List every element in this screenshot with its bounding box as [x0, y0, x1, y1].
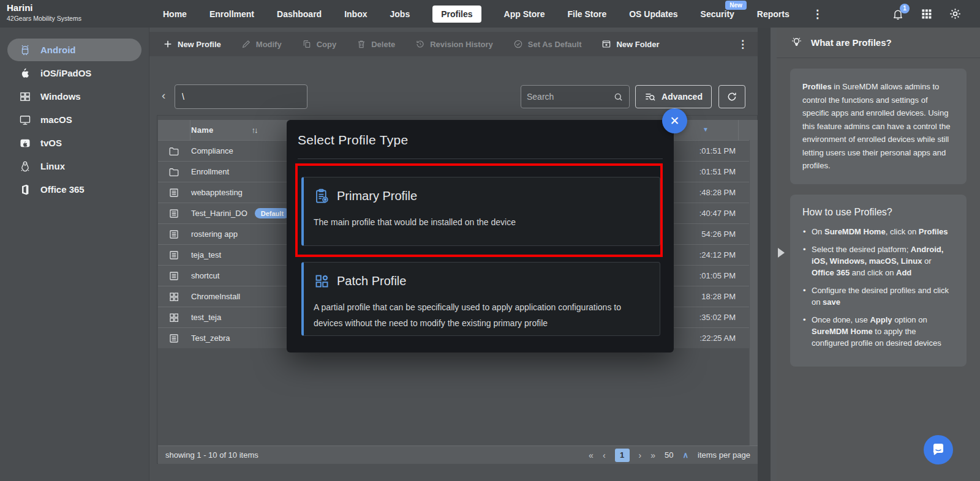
- howto-profiles-card: How to use Profiles? On SureMDM Home, cl…: [790, 195, 967, 367]
- apps-grid-icon[interactable]: [921, 8, 932, 20]
- howto-title: How to use Profiles?: [802, 206, 954, 218]
- chat-support-button[interactable]: [924, 435, 953, 464]
- refresh-button[interactable]: [718, 85, 745, 108]
- sidebar-item-tvos[interactable]: tvOS: [7, 132, 141, 154]
- nav-jobs[interactable]: Jobs: [390, 9, 410, 19]
- row-modified-time: :22:25 AM: [699, 334, 736, 343]
- office-icon: [19, 184, 31, 196]
- nav-inbox[interactable]: Inbox: [344, 9, 367, 19]
- linux-icon: [19, 160, 31, 173]
- nav-home[interactable]: Home: [163, 9, 187, 19]
- advanced-search-button[interactable]: Advanced: [635, 85, 712, 108]
- primary-profile-option[interactable]: Primary Profile The main profile that wo…: [301, 177, 660, 246]
- next-page-button[interactable]: ›: [639, 450, 642, 460]
- pagination: « ‹ 1 › » 50 ∧ items per page: [589, 449, 750, 462]
- apple-icon: [19, 67, 31, 80]
- sort-icon[interactable]: ↑↓: [252, 125, 257, 135]
- row-name: ChromeInstall: [191, 292, 240, 301]
- row-modified-time: :35:02 PM: [699, 313, 736, 322]
- patch-profile-option[interactable]: Patch Profile A partial profile that can…: [301, 262, 660, 336]
- row-modified-time: :24:12 PM: [699, 250, 736, 259]
- toolbar-more-icon[interactable]: ⋮: [737, 38, 748, 51]
- new-profile-button[interactable]: New Profile: [163, 39, 221, 49]
- sidebar-item-ios[interactable]: iOS/iPadOS: [7, 62, 141, 84]
- row-modified-time: :01:51 PM: [699, 167, 736, 176]
- panel-collapse-arrow-icon[interactable]: [778, 248, 785, 258]
- revision-history-button[interactable]: Revision History: [415, 39, 493, 49]
- copy-button[interactable]: Copy: [302, 39, 337, 49]
- row-name: test_teja: [191, 313, 221, 322]
- prev-page-button[interactable]: ‹: [603, 450, 606, 460]
- profiles-toolbar: New Profile Modify Copy Delete Revision …: [149, 32, 758, 56]
- help-panel: What are Profiles? Profiles in SureMDM a…: [777, 28, 980, 481]
- row-name: teja_test: [191, 250, 221, 259]
- topbar-icons: 1: [892, 0, 962, 28]
- howto-step: On SureMDM Home, click on Profiles: [802, 226, 954, 237]
- nav-app-store[interactable]: App Store: [504, 9, 545, 19]
- sidebar-item-android[interactable]: Android: [7, 39, 141, 61]
- content-scroll-track[interactable]: [758, 28, 771, 481]
- patch-profile-description: A partial profile that can be specifical…: [314, 299, 650, 331]
- dialog-title: Select Profile Type: [298, 133, 408, 147]
- last-page-button[interactable]: »: [650, 450, 655, 460]
- row-modified-time: :40:47 PM: [699, 209, 736, 218]
- page-number[interactable]: 1: [615, 449, 630, 462]
- set-as-default-button[interactable]: Set As Default: [513, 39, 582, 49]
- nav-file-store[interactable]: File Store: [567, 9, 606, 19]
- chat-bubble-icon: [930, 442, 946, 458]
- help-panel-header: What are Profiles?: [777, 28, 980, 58]
- folder-icon: [158, 146, 190, 157]
- sidebar-item-label: Linux: [40, 161, 65, 171]
- search-input[interactable]: [527, 92, 613, 102]
- sidebar-item-label: Office 365: [40, 184, 85, 195]
- row-name: shortcut: [191, 271, 219, 280]
- apple-tv-icon: [19, 137, 31, 149]
- row-modified-time: 54:26 PM: [701, 229, 736, 239]
- nav-reports[interactable]: Reports: [757, 9, 790, 19]
- android-icon: [19, 44, 31, 56]
- primary-profile-description: The main profile that would be installed…: [314, 214, 650, 230]
- sidebar-item-macos[interactable]: macOS: [7, 108, 141, 131]
- nav-dashboard[interactable]: Dashboard: [277, 9, 322, 19]
- folder-plus-icon: [601, 39, 611, 49]
- notifications-bell-icon[interactable]: 1: [892, 8, 904, 20]
- profile-icon: [158, 187, 190, 198]
- nav-os-updates[interactable]: OS Updates: [629, 9, 677, 19]
- sidebar-item-linux[interactable]: Linux: [7, 155, 141, 177]
- nav-enrollment[interactable]: Enrollment: [209, 9, 254, 19]
- dialog-close-button[interactable]: ✕: [662, 108, 687, 133]
- howto-step: Once done, use Apply option on SureMDM H…: [802, 314, 954, 349]
- delete-button[interactable]: Delete: [356, 39, 395, 49]
- nav-profiles[interactable]: Profiles: [432, 6, 481, 23]
- nav-security[interactable]: SecurityNew: [701, 9, 734, 19]
- account-name: Harini: [7, 2, 81, 13]
- new-folder-button[interactable]: New Folder: [601, 39, 659, 49]
- topbar: Harini 42Gears Mobility Systems Home Enr…: [0, 0, 980, 28]
- row-name: webapptesting: [191, 188, 243, 197]
- sidebar-item-office365[interactable]: Office 365: [7, 178, 141, 201]
- page-size-caret-icon[interactable]: ∧: [682, 450, 688, 460]
- nav-more-icon[interactable]: ⋮: [812, 7, 823, 21]
- profile-icon: [158, 208, 190, 219]
- search-icon[interactable]: [613, 92, 624, 102]
- panel-scroll-track[interactable]: [771, 28, 777, 481]
- howto-step: Configure the desired profiles and click…: [802, 285, 954, 308]
- profile-icon: [158, 229, 190, 240]
- row-name: Compliance: [191, 146, 233, 155]
- column-header-name[interactable]: Name: [191, 125, 214, 135]
- table-scrollbar[interactable]: [749, 140, 758, 446]
- folder-path-input[interactable]: [175, 84, 307, 109]
- page-size-value[interactable]: 50: [665, 450, 673, 460]
- sidebar-item-windows[interactable]: Windows: [7, 85, 141, 108]
- first-page-button[interactable]: «: [589, 450, 594, 460]
- check-circle-icon: [513, 39, 523, 49]
- sort-desc-icon[interactable]: ▼: [703, 126, 709, 133]
- copy-icon: [302, 39, 312, 49]
- profile-icon: [158, 270, 190, 282]
- modify-button[interactable]: Modify: [241, 39, 282, 49]
- help-panel-title: What are Profiles?: [811, 37, 892, 48]
- default-badge: Default: [255, 208, 290, 218]
- folder-back-icon[interactable]: ‹: [162, 89, 165, 102]
- settings-gear-icon[interactable]: [949, 7, 962, 20]
- sidebar-item-label: Windows: [40, 91, 81, 102]
